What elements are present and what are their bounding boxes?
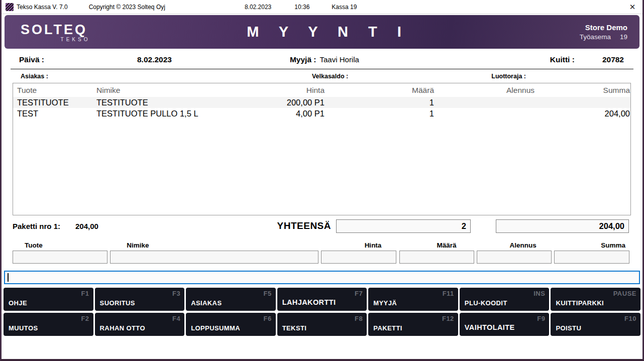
muutos-button[interactable]: MUUTOS F2 xyxy=(4,313,93,336)
seller-label: Myyjä : xyxy=(290,55,316,64)
asiakas-button[interactable]: ASIAKAS F5 xyxy=(186,288,276,311)
entry-label-product: Tuote xyxy=(13,242,108,249)
workstation-label: Työasema xyxy=(580,33,611,41)
poistu-button[interactable]: POISTU F10 xyxy=(551,313,640,336)
store-name: Store Demo xyxy=(537,23,627,32)
close-icon[interactable]: ✕ xyxy=(622,0,642,14)
button-key: PAUSE xyxy=(613,290,636,297)
workstation-number: 19 xyxy=(620,33,627,41)
teksti-button[interactable]: TEKSTI F8 xyxy=(277,313,367,336)
table-row[interactable]: TEST TESTITUOTE PULLO 1,5 L 4,00 P1 1 20… xyxy=(13,108,630,119)
col-header-product: Tuote xyxy=(15,85,94,96)
col-header-sum: Summa xyxy=(535,85,631,96)
table-row[interactable]: TESTITUOTE TESTITUOTE 200,00 P1 1 xyxy=(13,97,630,108)
text-cursor xyxy=(8,273,9,282)
command-input-wrap xyxy=(4,271,640,284)
button-key: F11 xyxy=(443,290,454,297)
titlebar-time: 10:36 xyxy=(294,4,309,11)
titlebar-register: Kassa 19 xyxy=(332,4,357,11)
ohje-button[interactable]: OHJE F1 xyxy=(4,288,93,311)
col-header-qty: Määrä xyxy=(326,85,435,96)
col-header-discount: Alennus xyxy=(435,85,535,96)
button-label: TEKSTI xyxy=(282,324,307,332)
sale-info-row: Päivä : 8.02.2023 Myyjä : Taavi Horila K… xyxy=(2,55,642,64)
button-label: MUUTOS xyxy=(9,324,38,332)
solteq-logo: SOLTEQ TEKSO xyxy=(21,22,111,42)
button-label: KUITTIPARKKI xyxy=(556,299,604,307)
rahan-otto-button[interactable]: RAHAN OTTO F4 xyxy=(95,313,185,336)
button-label: RAHAN OTTO xyxy=(100,324,145,332)
command-input[interactable] xyxy=(4,271,640,284)
product-input[interactable] xyxy=(13,251,108,264)
button-label: POISTU xyxy=(556,324,581,332)
col-header-price: Hinta xyxy=(233,85,326,96)
cell-name: TESTITUOTE xyxy=(94,97,233,108)
button-key: F3 xyxy=(172,290,180,297)
entry-label-discount: Alennus xyxy=(477,242,552,249)
button-key: F2 xyxy=(81,315,89,322)
window-title: Tekso Kassa V. 7.0 xyxy=(17,4,68,11)
cell-discount xyxy=(435,108,535,119)
cell-name: TESTITUOTE PULLO 1,5 L xyxy=(94,108,233,119)
name-input[interactable] xyxy=(110,251,318,264)
packet-value: 204,00 xyxy=(75,222,98,230)
function-buttons: OHJE F1 SUORITUS F3 ASIAKAS F5 LAHJAKORT… xyxy=(4,288,640,336)
col-header-name: Nimike xyxy=(94,85,233,96)
customer-label: Asiakas : xyxy=(21,73,48,80)
button-key: INS xyxy=(533,290,545,297)
button-label: LOPPUSUMMA xyxy=(191,324,240,332)
button-key: F6 xyxy=(264,315,272,322)
paketti-button[interactable]: PAKETTI F12 xyxy=(368,313,458,336)
grand-total-label: YHTEENSÄ xyxy=(277,220,331,231)
cell-qty: 1 xyxy=(326,108,435,119)
titlebar-date: 8.02.2023 xyxy=(245,4,271,11)
entry-label-price: Hinta xyxy=(321,242,396,249)
price-input[interactable] xyxy=(321,251,396,264)
packet-label: Paketti nro 1: xyxy=(13,222,60,230)
receipt-table-header: Tuote Nimike Hinta Määrä Alennus Summa xyxy=(13,83,630,97)
button-label: LAHJAKORTTI xyxy=(282,298,336,306)
button-key: F1 xyxy=(81,290,89,297)
suoritus-button[interactable]: SUORITUS F3 xyxy=(95,288,185,311)
kuittiparkki-button[interactable]: KUITTIPARKKI PAUSE xyxy=(551,288,640,311)
cell-qty: 1 xyxy=(326,97,435,108)
sum-input[interactable] xyxy=(554,251,629,264)
button-key: F9 xyxy=(537,315,545,322)
cell-price: 200,00 P1 xyxy=(233,97,326,108)
button-key: F5 xyxy=(264,290,272,297)
cell-product: TEST xyxy=(15,108,94,119)
credit-limit-label: Luottoraja : xyxy=(348,73,526,80)
button-label: VAIHTOLAITE xyxy=(465,323,515,331)
cell-sum xyxy=(535,97,631,108)
totals-row: Paketti nro 1: 204,00 YHTEENSÄ 2 204,00 xyxy=(2,219,642,233)
total-quantity-box: 2 xyxy=(336,219,471,233)
loppusumma-button[interactable]: LOPPUSUMMA F6 xyxy=(186,313,276,336)
seller-value: Taavi Horila xyxy=(320,55,359,64)
discount-input[interactable] xyxy=(477,251,552,264)
button-label: SUORITUS xyxy=(100,299,135,307)
entry-label-sum: Summa xyxy=(554,242,629,249)
page-title: M Y Y N T I xyxy=(111,24,537,40)
lahjakortti-button[interactable]: LAHJAKORTTI F7 xyxy=(277,288,367,311)
button-label: OHJE xyxy=(9,299,27,307)
app-icon xyxy=(6,3,14,11)
entry-inputs-row xyxy=(2,251,642,264)
cell-sum: 204,00 xyxy=(535,108,631,119)
entry-label-name: Nimike xyxy=(110,242,318,249)
store-info: Store Demo Työasema19 xyxy=(537,23,627,41)
footer-strip xyxy=(2,336,642,359)
button-key: F4 xyxy=(172,315,180,322)
divider-line xyxy=(11,69,633,69)
titlebar: Tekso Kassa V. 7.0 Copyright © 2023 Solt… xyxy=(2,0,642,14)
plu-koodit-button[interactable]: PLU-KOODIT INS xyxy=(460,288,550,311)
customer-info-row: Asiakas : Velkasaldo : Luottoraja : xyxy=(2,73,642,80)
receipt-number: 20782 xyxy=(602,55,624,64)
qty-input[interactable] xyxy=(399,251,474,264)
cell-product: TESTITUOTE xyxy=(15,97,94,108)
button-label: PAKETTI xyxy=(373,324,402,332)
app-header: SOLTEQ TEKSO M Y Y N T I Store Demo Työa… xyxy=(5,15,639,49)
myyja-button[interactable]: MYYJÄ F11 xyxy=(368,288,458,311)
button-label: ASIAKAS xyxy=(191,299,222,307)
app-window: Tekso Kassa V. 7.0 Copyright © 2023 Solt… xyxy=(0,0,644,361)
vaihtolaite-button[interactable]: VAIHTOLAITE F9 xyxy=(460,313,550,336)
